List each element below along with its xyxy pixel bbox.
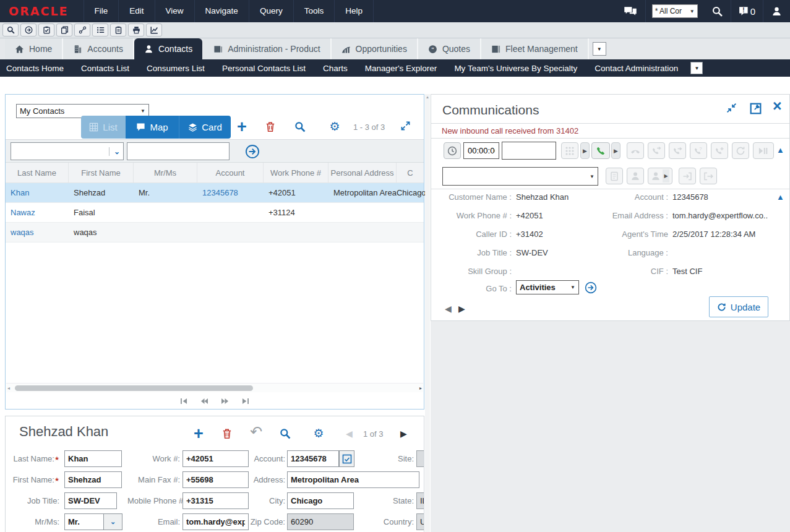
menu-view[interactable]: View (155, 0, 194, 22)
subnav-charts[interactable]: Charts (314, 64, 356, 73)
subnav-contacts-home[interactable]: Contacts Home (0, 64, 72, 73)
more-tabs-select[interactable]: ▼ (593, 42, 606, 56)
dialpad-button[interactable] (561, 142, 578, 159)
table-row-selected[interactable]: Khan Shehzad Mr. 12345678 +42051 Metropo… (6, 183, 424, 203)
global-search-icon[interactable] (704, 0, 731, 22)
tab-administration-product[interactable]: Administration - Product (204, 38, 331, 59)
collapse-panel-button[interactable] (726, 103, 737, 116)
list-tool-button[interactable] (92, 24, 108, 36)
new-record-button[interactable]: + (190, 425, 207, 442)
print-tool-button[interactable] (128, 24, 144, 36)
goto-execute-button[interactable] (583, 280, 598, 295)
menu-tools[interactable]: Tools (293, 0, 335, 22)
previous-record-arrow[interactable]: ◀ (445, 304, 452, 314)
answer-menu-arrow[interactable]: ▶ (611, 142, 620, 159)
work-item-select[interactable]: ▼ (442, 167, 598, 186)
answer-call-button[interactable] (591, 142, 610, 159)
call-duration-clock-button[interactable] (444, 142, 461, 159)
menu-help[interactable]: Help (334, 0, 374, 22)
go-tool-button[interactable] (20, 24, 36, 36)
user-profile-icon[interactable] (763, 0, 790, 22)
new-record-button[interactable]: + (233, 118, 251, 135)
mr-ms-dropdown-button[interactable]: ⌄ (103, 513, 122, 530)
more-views-select[interactable]: ▼ (690, 62, 703, 74)
menu-query[interactable]: Query (249, 0, 293, 22)
first-page-button[interactable] (180, 396, 188, 407)
update-button[interactable]: Update (709, 296, 768, 317)
scroll-right-arrow[interactable]: ▸ (419, 385, 422, 391)
chat-icon[interactable] (616, 0, 645, 22)
subnav-personal-contacts-list[interactable]: Personal Contacts List (213, 64, 314, 73)
next-page-button[interactable] (221, 396, 229, 407)
menu-edit[interactable]: Edit (118, 0, 154, 22)
close-panel-button[interactable]: × (773, 97, 782, 115)
menu-file[interactable]: File (84, 0, 119, 22)
last-page-button[interactable] (241, 396, 249, 407)
next-record-arrow[interactable]: ▶ (458, 304, 465, 314)
column-header-city[interactable]: C (397, 163, 424, 182)
main-fax-input[interactable] (182, 471, 249, 488)
contact-link[interactable]: Nawaz (6, 208, 69, 217)
map-view-button[interactable]: Map (126, 116, 179, 139)
account-input[interactable] (287, 450, 339, 467)
query-value-input[interactable] (127, 142, 230, 160)
search-tool-button[interactable] (2, 24, 19, 36)
tab-accounts[interactable]: Accounts (63, 38, 134, 59)
chart-tool-button[interactable] (146, 24, 162, 36)
search-scope-select[interactable]: * All Cor ▼ (652, 4, 698, 18)
last-name-input[interactable] (64, 450, 122, 467)
column-header-account[interactable]: Account (197, 163, 264, 182)
contact-link[interactable]: Khan (6, 188, 69, 197)
column-header-last-name[interactable]: Last Name (6, 163, 69, 182)
tab-home[interactable]: Home (5, 38, 63, 59)
city-input[interactable] (287, 492, 354, 509)
undo-button[interactable]: ↶ (248, 424, 264, 440)
card-view-button[interactable]: Card (179, 116, 231, 139)
job-title-input[interactable] (64, 492, 117, 509)
tab-quotes[interactable]: " Quotes (418, 38, 481, 59)
notifications-button[interactable]: ! 0 (731, 6, 763, 17)
query-field-select[interactable]: ⌄ (11, 142, 124, 160)
query-tool-button[interactable] (38, 24, 54, 36)
column-header-personal-address[interactable]: Personal Address (328, 163, 397, 182)
copy-tool-button[interactable] (56, 24, 72, 36)
previous-page-button[interactable] (200, 396, 208, 407)
scrollbar-thumb[interactable] (15, 385, 253, 391)
subnav-managers-explorer[interactable]: Manager's Explorer (356, 64, 446, 73)
subnav-my-teams-universe[interactable]: My Team's Universe By Specialty (445, 64, 586, 73)
settings-gear-icon[interactable]: ⚙ (311, 426, 326, 440)
previous-record-arrow[interactable]: ◀ (346, 429, 353, 439)
subnav-contacts-list[interactable]: Contacts List (72, 64, 138, 73)
link-tool-button[interactable] (74, 24, 90, 36)
phone-number-input[interactable] (502, 142, 556, 160)
query-button[interactable] (293, 119, 307, 134)
collapse-toolbar-arrow[interactable]: ▲ (776, 145, 784, 155)
mobile-phone-input[interactable] (182, 492, 249, 509)
column-header-mr-ms[interactable]: Mr/Ms (134, 163, 197, 182)
horizontal-scrollbar[interactable]: ◂ ▸ (6, 383, 423, 392)
menu-navigate[interactable]: Navigate (194, 0, 249, 22)
next-record-arrow[interactable]: ▶ (400, 429, 407, 439)
tab-fleet-management[interactable]: Fleet Management (481, 38, 589, 59)
vertical-scrollbar[interactable]: ▲ (425, 94, 430, 532)
table-row[interactable]: Nawaz Faisal +31124 (6, 203, 424, 223)
delete-record-button[interactable] (220, 426, 234, 441)
clipboard-tool-button[interactable] (110, 24, 126, 36)
tab-opportunities[interactable]: Opportunities (332, 38, 418, 59)
scroll-up-arrow[interactable]: ▲ (425, 95, 430, 99)
dialpad-menu-arrow[interactable]: ▶ (580, 142, 590, 159)
pin-panel-button[interactable] (750, 103, 762, 117)
mr-ms-input[interactable] (64, 513, 104, 530)
delete-record-button[interactable] (263, 119, 278, 134)
scroll-left-arrow[interactable]: ◂ (7, 385, 10, 391)
list-view-button[interactable]: List (81, 116, 126, 139)
account-pick-button[interactable] (339, 450, 354, 467)
email-input[interactable] (182, 513, 249, 530)
goto-select[interactable]: Activities ▼ (516, 280, 579, 294)
tab-contacts[interactable]: Contacts (134, 38, 202, 59)
settings-gear-icon[interactable]: ⚙ (327, 119, 342, 134)
collapse-details-arrow[interactable]: ▲ (776, 192, 784, 202)
column-header-work-phone[interactable]: Work Phone # (264, 163, 328, 182)
expand-panel-button[interactable] (399, 119, 411, 132)
work-phone-input[interactable] (182, 450, 249, 467)
